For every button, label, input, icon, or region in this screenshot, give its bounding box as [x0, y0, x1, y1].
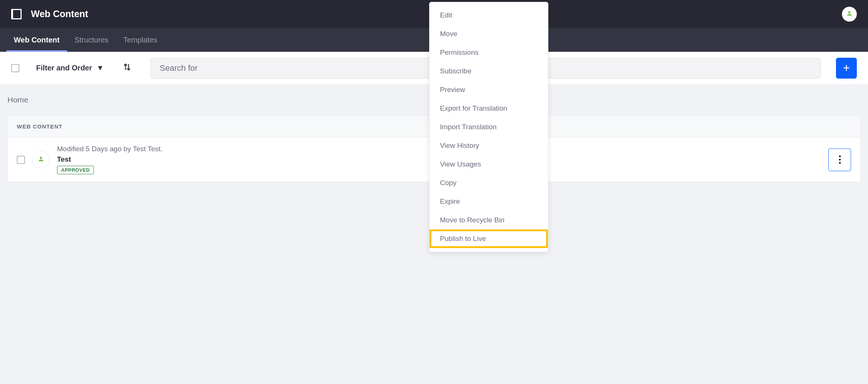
plus-icon: +	[843, 61, 850, 75]
dropdown-item-recycle-bin[interactable]: Move to Recycle Bin	[430, 211, 548, 229]
app-icon	[11, 9, 22, 19]
add-button[interactable]: +	[836, 58, 857, 79]
status-badge: APPROVED	[57, 166, 94, 174]
dropdown-item-publish-live[interactable]: Publish to Live	[430, 229, 548, 248]
tab-web-content[interactable]: Web Content	[6, 28, 67, 52]
dropdown-item-export-translation[interactable]: Export for Translation	[430, 99, 548, 118]
tab-label: Web Content	[14, 36, 60, 44]
dropdown-item-import-translation[interactable]: Import Translation	[430, 118, 548, 136]
user-avatar[interactable]	[842, 7, 857, 22]
svg-point-0	[848, 11, 850, 13]
dropdown-item-permissions[interactable]: Permissions	[430, 43, 548, 62]
row-actions-button[interactable]	[828, 148, 851, 171]
tab-structures[interactable]: Structures	[67, 28, 116, 52]
caret-down-icon: ▼	[96, 64, 104, 72]
person-icon	[38, 156, 44, 164]
sort-arrows-icon	[123, 63, 132, 72]
row-checkbox[interactable]	[17, 156, 25, 164]
filter-order-label: Filter and Order	[36, 64, 92, 72]
svg-point-1	[40, 157, 42, 159]
filter-order-dropdown[interactable]: Filter and Order ▼	[36, 64, 104, 72]
dropdown-item-edit[interactable]: Edit	[430, 6, 548, 25]
actions-dropdown: Edit Move Permissions Subscribe Preview …	[429, 2, 548, 252]
select-all-checkbox[interactable]	[11, 64, 19, 72]
person-icon	[846, 10, 853, 18]
tab-label: Templates	[123, 36, 157, 44]
dropdown-item-expire[interactable]: Expire	[430, 192, 548, 211]
row-avatar	[32, 151, 50, 168]
dropdown-item-copy[interactable]: Copy	[430, 174, 548, 192]
dropdown-item-move[interactable]: Move	[430, 25, 548, 43]
tab-templates[interactable]: Templates	[116, 28, 165, 52]
dropdown-item-preview[interactable]: Preview	[430, 80, 548, 99]
dropdown-item-view-history[interactable]: View History	[430, 136, 548, 155]
kebab-icon	[839, 155, 841, 164]
sort-button[interactable]	[123, 63, 132, 74]
app-title: Web Content	[31, 9, 88, 19]
dropdown-item-subscribe[interactable]: Subscribe	[430, 62, 548, 80]
tab-label: Structures	[75, 36, 108, 44]
dropdown-item-view-usages[interactable]: View Usages	[430, 155, 548, 174]
